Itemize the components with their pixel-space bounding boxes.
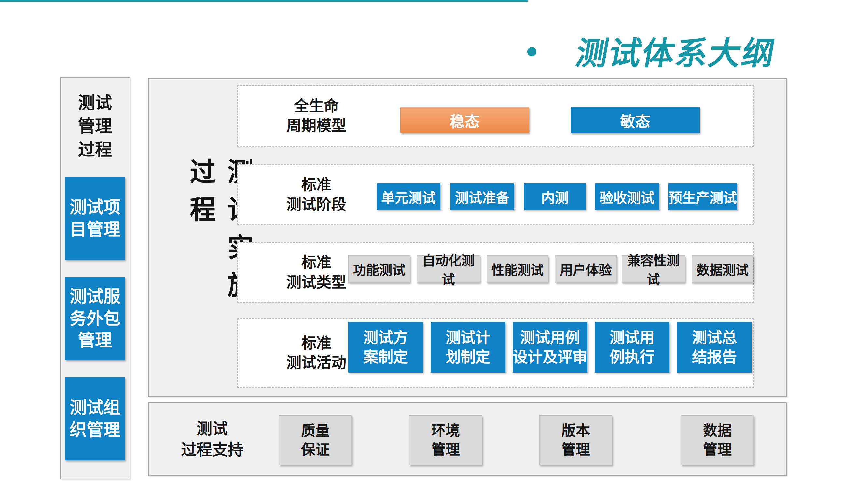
row-standard-test-activities: 标准 测试活动 测试方 案制定 测试计 划制定 测试用例 设计及评审 测试用 例… xyxy=(237,318,754,388)
box-test-preparation: 测试准备 xyxy=(450,183,514,210)
header-rule-dot-icon xyxy=(527,47,536,56)
box-user-experience: 用户体验 xyxy=(555,255,617,283)
support-item-environment-management: 环境 管理 xyxy=(409,416,482,465)
box-functional-test: 功能测试 xyxy=(348,255,410,283)
box-acceptance-test: 验收测试 xyxy=(595,183,659,210)
row-standard-test-stages: 标准 测试阶段 单元测试 测试准备 内测 验收测试 预生产测试 xyxy=(237,164,754,225)
support-bar-test-process-support: 测试 过程支持 质量 保证 环境 管理 版本 管理 数据 管理 xyxy=(148,402,787,476)
row-standard-test-types: 标准 测试类型 功能测试 自动化测试 性能测试 用户体验 兼容性测试 数据测试 xyxy=(237,242,754,302)
box-data-test: 数据测试 xyxy=(691,255,753,283)
page-title: 测试体系大纲 xyxy=(572,27,780,73)
box-automation-test: 自动化测试 xyxy=(416,255,480,283)
row-lifecycle-model: 全生命 周期模型 稳态 敏态 xyxy=(237,85,754,147)
main-test-implementation-process: 测试实施过程 全生命 周期模型 稳态 敏态 标准 测试阶段 单元测试 测试准备 … xyxy=(148,78,787,397)
box-performance-test: 性能测试 xyxy=(487,255,549,283)
support-label: 测试 过程支持 xyxy=(163,418,261,460)
sidebar-item-test-organization-management: 测试组 织管理 xyxy=(65,378,125,460)
support-item-quality-assurance: 质量 保证 xyxy=(279,416,352,465)
sidebar-item-test-project-management: 测试项 目管理 xyxy=(65,177,125,260)
row-label-standard-test-stages: 标准 测试阶段 xyxy=(264,175,368,214)
box-test-plan-scheme: 测试方 案制定 xyxy=(348,322,423,372)
sidebar-item-test-service-outsourcing-management: 测试服 务外包 管理 xyxy=(65,277,125,360)
box-test-plan-formulation: 测试计 划制定 xyxy=(431,322,505,372)
box-preproduction-test: 预生产测试 xyxy=(668,183,737,210)
box-agile-state: 敏态 xyxy=(570,107,700,133)
box-test-case-design-review: 测试用例 设计及评审 xyxy=(513,322,587,372)
row-label-lifecycle-model: 全生命 周期模型 xyxy=(264,96,368,135)
box-compatibility-test: 兼容性测试 xyxy=(622,255,685,283)
sidebar-title: 测试 管理 过程 xyxy=(61,91,129,161)
box-unit-test: 单元测试 xyxy=(377,183,440,210)
box-stable-state: 稳态 xyxy=(400,107,529,133)
support-item-data-management: 数据 管理 xyxy=(681,416,754,465)
support-item-version-management: 版本 管理 xyxy=(539,416,612,465)
box-test-summary-report: 测试总 结报告 xyxy=(677,322,752,372)
header-rule xyxy=(0,0,528,2)
box-internal-test: 内测 xyxy=(524,183,586,210)
box-test-case-execution: 测试用 例执行 xyxy=(595,322,670,372)
sidebar-test-management-process: 测试 管理 过程 测试项 目管理 测试服 务外包 管理 测试组 织管理 xyxy=(60,77,130,479)
